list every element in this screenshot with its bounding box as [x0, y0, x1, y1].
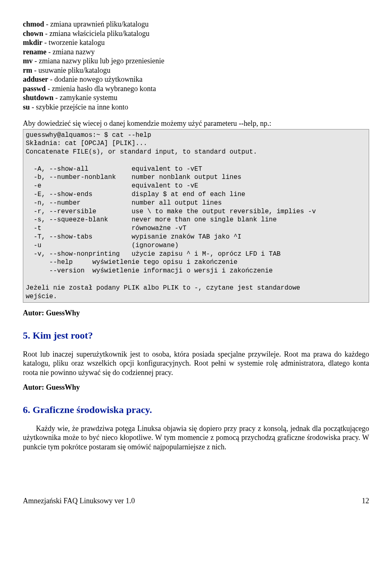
- author-name: GuessWhy: [44, 309, 80, 317]
- command-name: chmod: [23, 20, 44, 28]
- command-line: shutdown - zamykanie systemu: [23, 93, 369, 103]
- author-line-2: Autor: GuessWhy: [23, 383, 369, 392]
- command-name: mkdir: [23, 38, 42, 47]
- command-name: rename: [23, 48, 47, 56]
- command-name: shutdown: [23, 94, 53, 102]
- command-line: chown - zmiana właściciela pliku/katalog…: [23, 29, 369, 38]
- command-line: chmod - zmiana uprawnień pliku/katalogu: [23, 20, 369, 29]
- command-desc: - zamykanie systemu: [53, 94, 117, 102]
- command-desc: - usuwanie pliku/katalogu: [32, 66, 110, 74]
- author-line-1: Autor: GuessWhy: [23, 308, 369, 318]
- command-name: mv: [23, 57, 33, 65]
- command-name: su: [23, 103, 30, 111]
- section-5-text: Root lub inaczej superużytkownik jest to…: [23, 350, 369, 377]
- terminal-output: guesswhy@alquamos:~ $ cat --help Składni…: [23, 129, 369, 303]
- author-name: GuessWhy: [44, 383, 80, 391]
- section-5-heading: 5. Kim jest root?: [23, 329, 369, 341]
- author-label: Autor:: [23, 383, 44, 391]
- section-6-heading: 6. Graficzne środowiska pracy.: [23, 404, 369, 416]
- footer-title: Amnezjański FAQ Linuksowy ver 1.0: [23, 496, 135, 506]
- command-desc: - dodanie nowego użytkownika: [48, 75, 143, 83]
- command-line: rm - usuwanie pliku/katalogu: [23, 66, 369, 75]
- command-desc: - tworzenie katalogu: [42, 38, 105, 47]
- author-label: Autor:: [23, 309, 44, 317]
- footer-page-number: 12: [362, 496, 369, 506]
- command-desc: - zmiana nazwy: [47, 48, 95, 56]
- command-desc: - zmiana właściciela pliku/katalogu: [43, 29, 149, 38]
- command-line: su - szybkie przejście na inne konto: [23, 103, 369, 112]
- command-name: rm: [23, 66, 32, 74]
- command-line: passwd - zmienia hasło dla wybranego kon…: [23, 84, 369, 94]
- command-name: passwd: [23, 85, 46, 93]
- command-line: rename - zmiana nazwy: [23, 47, 369, 57]
- command-line: adduser - dodanie nowego użytkownika: [23, 75, 369, 84]
- command-line: mkdir - tworzenie katalogu: [23, 38, 369, 47]
- command-desc: - zmienia hasło dla wybranego konta: [46, 85, 156, 93]
- command-desc: - szybkie przejście na inne konto: [30, 103, 128, 111]
- command-name: adduser: [23, 75, 48, 83]
- command-desc: - zmiana nazwy pliku lub jego przeniesie…: [33, 57, 164, 65]
- command-desc: - zmiana uprawnień pliku/katalogu: [44, 20, 149, 28]
- section-6-text: Każdy wie, że prawdziwa potęga Linuksa o…: [23, 424, 369, 452]
- help-intro-text: Aby dowiedzieć się wiecej o danej komend…: [23, 119, 369, 128]
- page-footer: Amnezjański FAQ Linuksowy ver 1.0 12: [23, 496, 369, 506]
- command-line: mv - zmiana nazwy pliku lub jego przenie…: [23, 56, 369, 66]
- command-list: chmod - zmiana uprawnień pliku/kataloguc…: [23, 20, 369, 112]
- command-name: chown: [23, 29, 43, 38]
